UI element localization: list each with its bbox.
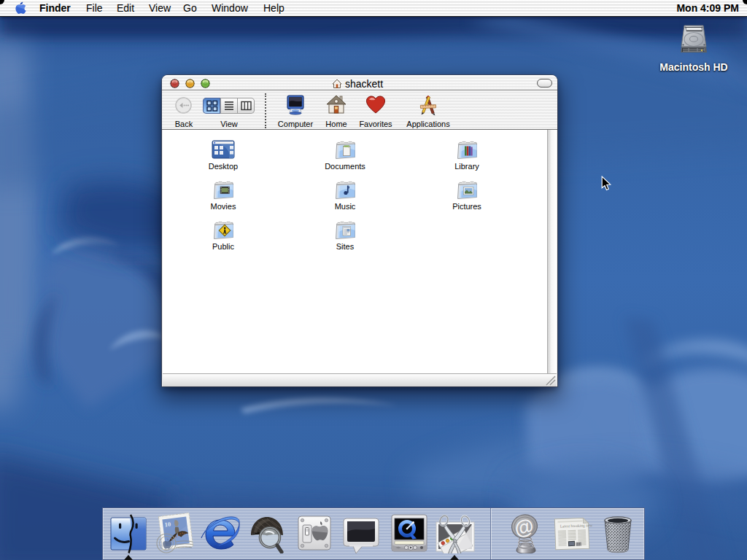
svg-text:10: 10 bbox=[164, 521, 171, 529]
